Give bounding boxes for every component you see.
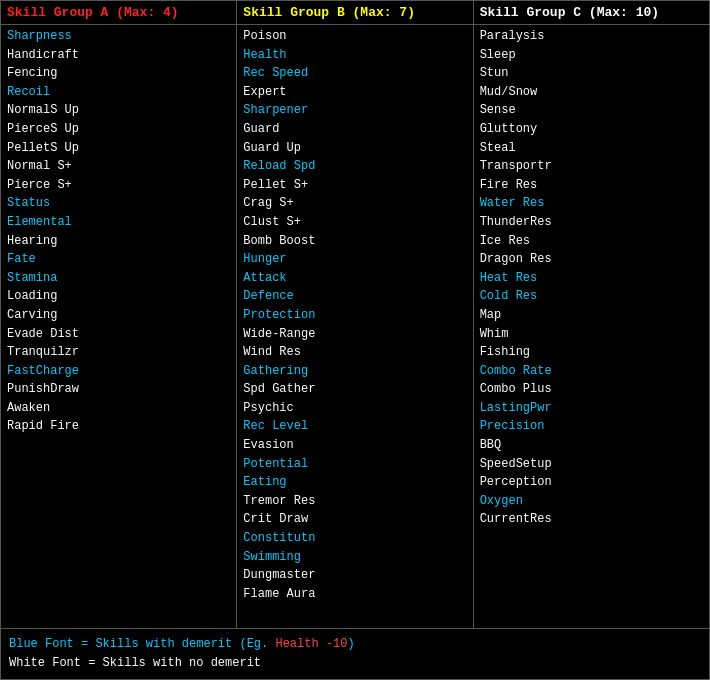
group-a-list: SharpnessHandicraftFencingRecoilNormalS …	[1, 25, 236, 628]
skill-item: Recoil	[7, 83, 230, 102]
skill-item: Fishing	[480, 343, 703, 362]
skill-item: Gathering	[243, 362, 466, 381]
skill-item: Pierce S+	[7, 176, 230, 195]
skill-item: PelletS Up	[7, 139, 230, 158]
skill-item: Fire Res	[480, 176, 703, 195]
skill-item: Water Res	[480, 194, 703, 213]
group-b-header: Skill Group B (Max: 7)	[237, 1, 472, 25]
skill-item: BBQ	[480, 436, 703, 455]
skill-item: PunishDraw	[7, 380, 230, 399]
skill-item: Precision	[480, 417, 703, 436]
skill-item: LastingPwr	[480, 399, 703, 418]
skill-item: Carving	[7, 306, 230, 325]
group-a-header: Skill Group A (Max: 4)	[1, 1, 236, 25]
skill-item: NormalS Up	[7, 101, 230, 120]
skill-item: Guard	[243, 120, 466, 139]
skill-item: Health	[243, 46, 466, 65]
skill-item: Crag S+	[243, 194, 466, 213]
skill-item: Mud/Snow	[480, 83, 703, 102]
footer-example: Health -10	[275, 637, 347, 651]
skill-item: Dragon Res	[480, 250, 703, 269]
skill-item: Poison	[243, 27, 466, 46]
skill-item: Fate	[7, 250, 230, 269]
skill-item: Gluttony	[480, 120, 703, 139]
skill-item: Sharpener	[243, 101, 466, 120]
skill-item: Defence	[243, 287, 466, 306]
skill-item: FastCharge	[7, 362, 230, 381]
footer-blue-label: Blue Font = Skills with demerit (Eg.	[9, 637, 275, 651]
skill-item: Rapid Fire	[7, 417, 230, 436]
skill-item: Dungmaster	[243, 566, 466, 585]
skill-groups-container: Skill Group A (Max: 4)SharpnessHandicraf…	[1, 1, 709, 628]
skill-item: Paralysis	[480, 27, 703, 46]
skill-item: Guard Up	[243, 139, 466, 158]
skill-item: CurrentRes	[480, 510, 703, 529]
skill-item: Stamina	[7, 269, 230, 288]
skill-item: Bomb Boost	[243, 232, 466, 251]
skill-item: Expert	[243, 83, 466, 102]
skill-item: Reload Spd	[243, 157, 466, 176]
skill-item: Rec Speed	[243, 64, 466, 83]
skill-item: ThunderRes	[480, 213, 703, 232]
skill-item: Clust S+	[243, 213, 466, 232]
footer-line-1: Blue Font = Skills with demerit (Eg. Hea…	[9, 635, 701, 654]
skill-item: Wind Res	[243, 343, 466, 362]
skill-item: Hunger	[243, 250, 466, 269]
skill-item: Status	[7, 194, 230, 213]
skill-item: Elemental	[7, 213, 230, 232]
group-c-list: ParalysisSleepStunMud/SnowSenseGluttonyS…	[474, 25, 709, 628]
skill-item: Stun	[480, 64, 703, 83]
skill-item: Protection	[243, 306, 466, 325]
footer-line-2: White Font = Skills with no demerit	[9, 654, 701, 673]
skill-item: Oxygen	[480, 492, 703, 511]
skill-item: Potential	[243, 455, 466, 474]
skill-item: Pellet S+	[243, 176, 466, 195]
skill-item: Evade Dist	[7, 325, 230, 344]
skill-item: Hearing	[7, 232, 230, 251]
skill-item: Map	[480, 306, 703, 325]
skill-item: Constitutn	[243, 529, 466, 548]
group-c-header: Skill Group C (Max: 10)	[474, 1, 709, 25]
skill-group-b: Skill Group B (Max: 7)PoisonHealthRec Sp…	[237, 1, 473, 628]
skill-item: Sense	[480, 101, 703, 120]
skill-item: Sharpness	[7, 27, 230, 46]
skill-item: Awaken	[7, 399, 230, 418]
skill-item: Combo Plus	[480, 380, 703, 399]
skill-item: Steal	[480, 139, 703, 158]
skill-item: Attack	[243, 269, 466, 288]
skill-item: Evasion	[243, 436, 466, 455]
skill-item: Crit Draw	[243, 510, 466, 529]
skill-item: Flame Aura	[243, 585, 466, 604]
skill-item: Rec Level	[243, 417, 466, 436]
skill-item: PierceS Up	[7, 120, 230, 139]
skill-item: Ice Res	[480, 232, 703, 251]
skill-item: Sleep	[480, 46, 703, 65]
skill-item: Tranquilzr	[7, 343, 230, 362]
skill-item: Eating	[243, 473, 466, 492]
skill-item: Handicraft	[7, 46, 230, 65]
skill-item: Transportr	[480, 157, 703, 176]
skill-item: Perception	[480, 473, 703, 492]
skill-item: Spd Gather	[243, 380, 466, 399]
group-b-list: PoisonHealthRec SpeedExpertSharpenerGuar…	[237, 25, 472, 628]
skill-item: Tremor Res	[243, 492, 466, 511]
skill-item: Wide-Range	[243, 325, 466, 344]
skill-item: SpeedSetup	[480, 455, 703, 474]
main-container: Skill Group A (Max: 4)SharpnessHandicraf…	[0, 0, 710, 680]
skill-item: Combo Rate	[480, 362, 703, 381]
skill-item: Psychic	[243, 399, 466, 418]
skill-item: Loading	[7, 287, 230, 306]
skill-item: Fencing	[7, 64, 230, 83]
skill-item: Cold Res	[480, 287, 703, 306]
skill-item: Swimming	[243, 548, 466, 567]
footer: Blue Font = Skills with demerit (Eg. Hea…	[1, 628, 709, 679]
skill-item: Whim	[480, 325, 703, 344]
skill-group-a: Skill Group A (Max: 4)SharpnessHandicraf…	[1, 1, 237, 628]
skill-group-c: Skill Group C (Max: 10)ParalysisSleepStu…	[474, 1, 709, 628]
footer-suffix: )	[347, 637, 354, 651]
skill-item: Heat Res	[480, 269, 703, 288]
skill-item: Normal S+	[7, 157, 230, 176]
